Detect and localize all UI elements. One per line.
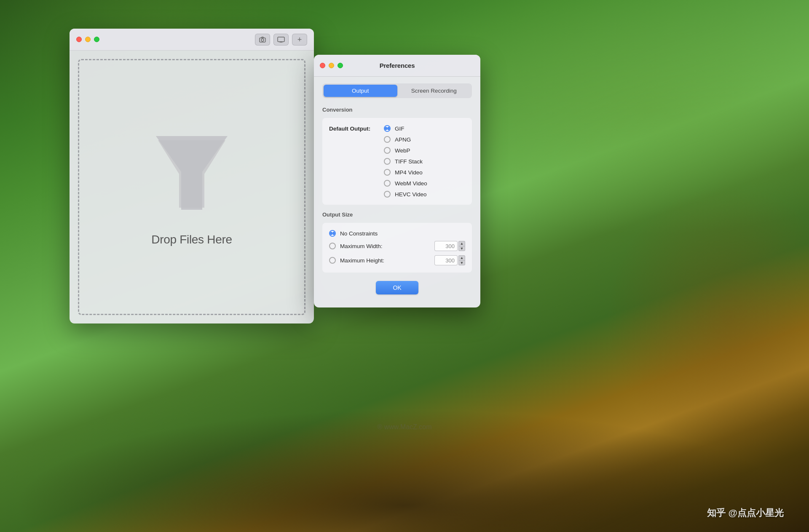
radio-webp[interactable] [384, 147, 391, 154]
zhihu-watermark: 知乎 @点点小星光 [707, 507, 784, 519]
no-constraints-row: No Constraints [329, 228, 465, 239]
radio-apng[interactable] [384, 136, 391, 143]
pref-traffic-lights [320, 63, 343, 68]
width-stepper: ▲ ▼ [458, 241, 465, 251]
radio-tiff-row: TIFF Stack [329, 156, 465, 167]
window-toolbar: + [255, 34, 307, 45]
radio-hevc-row: HEVC Video [329, 189, 465, 200]
radio-mp4-label: MP4 Video [395, 169, 423, 176]
radio-webp-row: WebP [329, 145, 465, 156]
height-stepper-up[interactable]: ▲ [458, 255, 465, 260]
max-width-input[interactable] [434, 241, 458, 251]
radio-mp4-row: MP4 Video [329, 167, 465, 178]
width-stepper-up[interactable]: ▲ [458, 241, 465, 246]
radio-tiff-label: TIFF Stack [395, 158, 423, 165]
output-size-section-header: Output Size [322, 211, 472, 218]
traffic-lights [76, 37, 99, 42]
radio-apng-row: APNG [329, 134, 465, 145]
radio-max-width[interactable] [329, 243, 336, 249]
preferences-window: Preferences Output Screen Recording Conv… [314, 55, 480, 307]
radio-no-constraints[interactable] [329, 230, 336, 237]
max-width-label: Maximum Width: [340, 243, 430, 249]
height-stepper-down[interactable]: ▼ [458, 260, 465, 265]
tab-output[interactable]: Output [324, 85, 397, 97]
no-constraints-label: No Constraints [340, 230, 465, 237]
ok-button[interactable]: OK [376, 281, 418, 294]
pref-close-button[interactable] [320, 63, 325, 68]
pref-minimize-button[interactable] [329, 63, 334, 68]
output-size-group: No Constraints Maximum Width: ▲ ▼ Maximu… [322, 223, 472, 273]
screen-button[interactable] [273, 34, 289, 45]
conversion-section-header: Conversion [322, 107, 472, 113]
camera-button[interactable] [255, 34, 270, 45]
tab-bar: Output Screen Recording [322, 83, 472, 98]
radio-webm[interactable] [384, 180, 391, 187]
svg-rect-2 [278, 37, 284, 42]
close-button[interactable] [76, 37, 82, 42]
svg-point-1 [261, 39, 264, 41]
height-stepper: ▲ ▼ [458, 255, 465, 265]
output-format-group: Default Output: GIF APNG WebP TIFF Stack [322, 118, 472, 205]
max-height-input-group: ▲ ▼ [434, 255, 465, 265]
radio-gif-label: GIF [395, 126, 404, 132]
default-output-row: Default Output: GIF [329, 123, 465, 134]
radio-max-height[interactable] [329, 257, 336, 264]
drop-zone-window: + Drop Files Here [70, 29, 314, 323]
radio-webm-label: WebM Video [395, 180, 427, 187]
tab-screen-recording[interactable]: Screen Recording [397, 85, 471, 97]
pref-titlebar: Preferences [314, 55, 480, 77]
add-button[interactable]: + [292, 34, 307, 45]
pref-content: Output Screen Recording Conversion Defau… [314, 77, 480, 301]
drop-window-titlebar: + [70, 29, 314, 51]
radio-gif[interactable] [384, 125, 391, 132]
minimize-button[interactable] [85, 37, 91, 42]
pref-maximize-button[interactable] [338, 63, 343, 68]
radio-apng-label: APNG [395, 136, 411, 143]
drop-files-label: Drop Files Here [151, 233, 232, 246]
radio-hevc-label: HEVC Video [395, 191, 427, 198]
radio-webm-row: WebM Video [329, 178, 465, 189]
default-output-label: Default Output: [329, 126, 380, 132]
radio-mp4[interactable] [384, 169, 391, 176]
max-height-row: Maximum Height: ▲ ▼ [329, 253, 465, 267]
radio-hevc[interactable] [384, 191, 391, 198]
max-width-input-group: ▲ ▼ [434, 241, 465, 251]
preferences-title: Preferences [380, 62, 415, 69]
ok-button-container: OK [322, 281, 472, 294]
funnel-icon [150, 128, 234, 220]
max-height-label: Maximum Height: [340, 257, 430, 264]
radio-tiff[interactable] [384, 158, 391, 165]
width-stepper-down[interactable]: ▼ [458, 246, 465, 251]
radio-webp-label: WebP [395, 147, 410, 154]
max-width-row: Maximum Width: ▲ ▼ [329, 239, 465, 253]
drop-zone-dashed-border[interactable]: Drop Files Here [78, 59, 305, 315]
drop-zone-content[interactable]: Drop Files Here [70, 51, 314, 323]
max-height-input[interactable] [434, 255, 458, 265]
maximize-button[interactable] [94, 37, 99, 42]
